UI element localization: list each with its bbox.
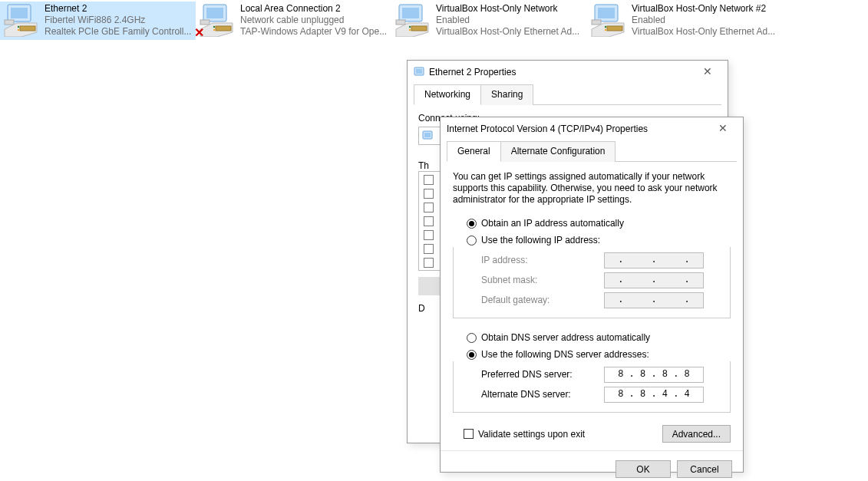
label-validate: Validate settings upon exit (478, 429, 585, 440)
adapter-name: VirtualBox Host-Only Network #2 (632, 3, 775, 15)
adapter-lan-2[interactable]: ✕ Local Area Connection 2 Network cable … (196, 2, 391, 40)
tab-general[interactable]: General (447, 141, 501, 162)
ipv4-properties-dialog: Internet Protocol Version 4 (TCP/IPv4) P… (440, 117, 744, 473)
label-preferred-dns: Preferred DNS server: (481, 369, 604, 380)
checkbox-validate[interactable] (464, 429, 474, 439)
adapter-name: VirtualBox Host-Only Network (436, 3, 579, 15)
radio-icon (467, 333, 477, 343)
input-ip-address: . . . (604, 252, 704, 269)
label-ip-address: IP address: (481, 255, 604, 265)
adapter-name: Ethernet 2 (45, 3, 191, 15)
adapter-device: VirtualBox Host-Only Ethernet Ad... (632, 26, 775, 38)
nic-mini-icon (414, 67, 424, 77)
nic-icon: ✕ (199, 3, 236, 37)
radio-icon (467, 350, 477, 360)
input-alternate-dns[interactable]: 8 . 8 . 4 . 4 (604, 387, 704, 403)
radio-dns-manual[interactable]: Use the following DNS server addresses: (453, 346, 731, 363)
tab-networking[interactable]: Networking (414, 84, 481, 105)
adapter-device: TAP-Windows Adapter V9 for Ope... (240, 26, 387, 38)
cancel-button[interactable]: Cancel (677, 460, 732, 478)
ethernet-tabs: Networking Sharing (414, 84, 721, 105)
ok-button[interactable]: OK (616, 460, 671, 478)
tab-sharing[interactable]: Sharing (480, 84, 533, 105)
dialog-title: Internet Protocol Version 4 (TCP/IPv4) P… (447, 124, 648, 134)
ipv4-description: You can get IP settings assigned automat… (453, 171, 731, 206)
close-button[interactable]: ✕ (708, 120, 738, 138)
radio-label: Use the following IP address: (481, 235, 600, 245)
nic-icon (3, 3, 40, 37)
radio-icon (467, 219, 477, 229)
adapter-name: Local Area Connection 2 (240, 3, 387, 15)
radio-label: Obtain an IP address automatically (481, 218, 624, 229)
advanced-button[interactable]: Advanced... (662, 425, 731, 443)
adapter-status: Network cable unplugged (240, 15, 387, 26)
input-default-gateway: . . . (604, 292, 704, 308)
adapters-pane: Ethernet 2 Fibertel WiFi886 2.4GHz Realt… (0, 0, 868, 40)
label-subnet-mask: Subnet mask: (481, 275, 604, 285)
radio-label: Use the following DNS server addresses: (481, 349, 649, 360)
radio-ip-auto[interactable]: Obtain an IP address automatically (453, 215, 731, 232)
close-button[interactable]: ✕ (692, 63, 723, 81)
nic-mini-icon (422, 130, 433, 141)
label-default-gateway: Default gateway: (481, 295, 604, 305)
adapter-status: Enabled (632, 15, 775, 26)
dialog-title: Ethernet 2 Properties (429, 67, 516, 77)
adapter-vbox-2[interactable]: VirtualBox Host-Only Network #2 Enabled … (587, 2, 783, 40)
input-preferred-dns[interactable]: 8 . 8 . 8 . 8 (604, 367, 704, 383)
nic-icon (394, 3, 431, 37)
nic-icon (590, 3, 627, 37)
input-subnet-mask: . . . (604, 272, 704, 288)
radio-icon (467, 236, 477, 245)
adapter-ethernet-2[interactable]: Ethernet 2 Fibertel WiFi886 2.4GHz Realt… (0, 2, 196, 40)
radio-label: Obtain DNS server address automatically (481, 332, 650, 343)
adapter-status: Enabled (436, 15, 579, 26)
radio-dns-auto[interactable]: Obtain DNS server address automatically (453, 329, 731, 346)
disconnected-icon: ✕ (194, 25, 206, 38)
label-alternate-dns: Alternate DNS server: (481, 389, 604, 400)
adapter-vbox-1[interactable]: VirtualBox Host-Only Network Enabled Vir… (391, 2, 587, 40)
adapter-device: Realtek PCIe GbE Family Controll... (45, 26, 191, 38)
ipv4-tabs: General Alternate Configuration (447, 140, 737, 162)
adapter-device: VirtualBox Host-Only Ethernet Ad... (436, 26, 579, 38)
radio-ip-manual[interactable]: Use the following IP address: (453, 232, 731, 249)
adapter-status: Fibertel WiFi886 2.4GHz (45, 15, 191, 26)
tab-alternate-config[interactable]: Alternate Configuration (500, 141, 616, 162)
